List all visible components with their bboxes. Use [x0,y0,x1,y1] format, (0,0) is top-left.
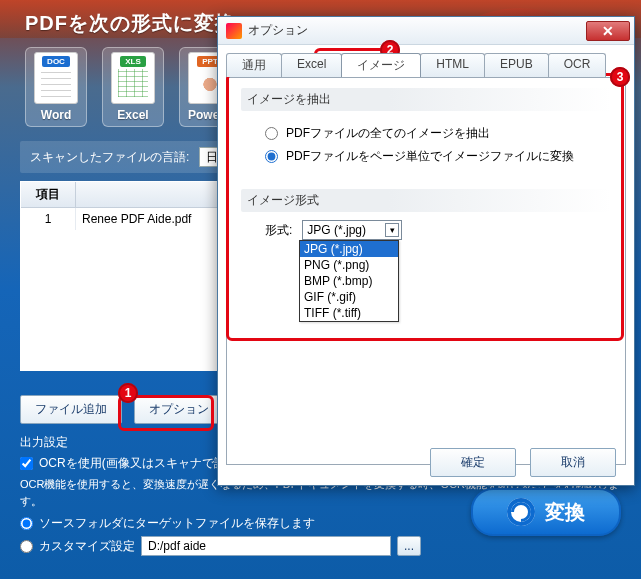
format-option[interactable]: PNG (*.png) [300,257,398,273]
card-label: Excel [117,108,148,122]
format-option[interactable]: GIF (*.gif) [300,289,398,305]
extract-page-label: PDFファイルをページ単位でイメージファイルに変換 [286,148,574,165]
app-icon [226,23,242,39]
extract-all-radio[interactable] [265,127,278,140]
tab-image[interactable]: イメージ [341,53,421,77]
dialog-titlebar[interactable]: オプション ✕ [218,17,634,45]
format-option[interactable]: BMP (*.bmp) [300,273,398,289]
dialog-footer: 確定 取消 [430,448,616,477]
output-source-label: ソースフォルダにターゲットファイルを保存します [39,515,315,532]
group-extract: イメージを抽出 PDFファイルの全てのイメージを抽出 PDFファイルをページ単位… [241,88,611,175]
output-custom-label: カスタマイズ設定 [39,538,135,555]
xls-icon: XLS [111,52,155,104]
format-label: 形式: [265,222,292,239]
card-label: Word [41,108,71,122]
add-file-button[interactable]: ファイル追加 [20,395,122,424]
tab-excel[interactable]: Excel [281,53,342,77]
format-value: JPG (*.jpg) [307,223,366,237]
tab-panel: イメージを抽出 PDFファイルの全てのイメージを抽出 PDFファイルをページ単位… [226,77,626,465]
format-option[interactable]: TIFF (*.tiff) [300,305,398,321]
col-item: 項目 [21,182,76,208]
tab-strip: 通用 Excel イメージ HTML EPUB OCR [226,53,626,77]
browse-button[interactable]: ... [397,536,421,556]
badge-1: 1 [118,383,138,403]
scan-language-label: スキャンしたファイルの言語: [30,149,189,166]
output-source-radio[interactable] [20,517,33,530]
ok-button[interactable]: 確定 [430,448,516,477]
card-excel[interactable]: XLS Excel [102,47,164,127]
tab-epub[interactable]: EPUB [484,53,549,77]
close-button[interactable]: ✕ [586,21,630,41]
tab-ocr[interactable]: OCR [548,53,607,77]
convert-label: 変換 [545,499,585,526]
dialog-title: オプション [248,22,586,39]
options-dialog: オプション ✕ 通用 Excel イメージ HTML EPUB OCR イメージ… [217,16,635,486]
convert-icon [507,498,535,526]
cancel-button[interactable]: 取消 [530,448,616,477]
output-custom-radio[interactable] [20,540,33,553]
close-icon: ✕ [602,23,614,39]
ocr-checkbox-label: OCRを使用(画像又はスキャナで読 [39,455,226,472]
tab-general[interactable]: 通用 [226,53,282,77]
chevron-down-icon: ▾ [385,223,399,237]
dialog-body: 通用 Excel イメージ HTML EPUB OCR イメージを抽出 PDFフ… [218,45,634,485]
group-extract-head: イメージを抽出 [241,88,611,111]
format-select[interactable]: JPG (*.jpg) ▾ [302,220,402,240]
group-format: イメージ形式 形式: JPG (*.jpg) ▾ JPG (*.jpg) PNG… [241,189,611,244]
extract-all-label: PDFファイルの全てのイメージを抽出 [286,125,490,142]
cell-item: 1 [21,208,76,230]
format-option[interactable]: JPG (*.jpg) [300,241,398,257]
group-format-head: イメージ形式 [241,189,611,212]
tab-html[interactable]: HTML [420,53,485,77]
convert-button[interactable]: 変換 [471,488,621,536]
output-path-input[interactable] [141,536,391,556]
format-dropdown-list: JPG (*.jpg) PNG (*.png) BMP (*.bmp) GIF … [299,240,399,322]
doc-icon: DOC [34,52,78,104]
ocr-checkbox[interactable] [20,457,33,470]
card-word[interactable]: DOC Word [25,47,87,127]
options-button[interactable]: オプション [134,395,224,424]
extract-page-radio[interactable] [265,150,278,163]
